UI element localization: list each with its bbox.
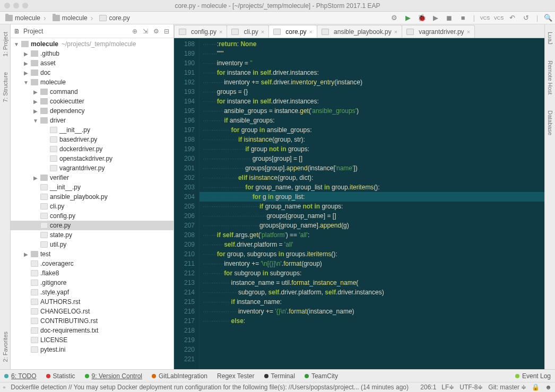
breadcrumb-item[interactable]: molecule <box>3 12 50 24</box>
tree-folder[interactable]: ▶doc <box>11 68 174 77</box>
code-line[interactable]: ········for instance in self.driver.inst… <box>200 97 544 106</box>
history-icon[interactable]: ↶ <box>509 14 516 22</box>
tree-file[interactable]: CHANGELOG.rst <box>11 307 174 316</box>
run-icon[interactable]: ▶ <box>404 14 412 22</box>
status-git[interactable]: Git: master ≑ <box>488 384 526 391</box>
breadcrumb-item[interactable]: core.py <box>97 12 137 24</box>
disclosure-icon[interactable]: ▼ <box>23 80 29 85</box>
code-line[interactable]: ········for instance in self.driver.inst… <box>200 68 544 77</box>
editor-tab[interactable]: vagrantdriver.py× <box>402 25 475 38</box>
coverage-icon[interactable]: ▶ <box>432 14 439 22</box>
tool-teamcity[interactable]: TeamCity <box>305 372 338 380</box>
window-controls[interactable] <box>0 3 28 8</box>
editor-tab[interactable]: config.py× <box>174 25 227 38</box>
maximize-icon[interactable] <box>22 3 28 8</box>
tree-file[interactable]: cli.py <box>11 202 174 211</box>
editor-tab[interactable]: ansible_playbook.py× <box>317 25 402 38</box>
tree-folder[interactable]: ▶verifier <box>11 173 174 182</box>
close-icon[interactable] <box>4 3 10 8</box>
profile-icon[interactable]: ◼ <box>446 14 453 22</box>
tool-favorites[interactable]: 2: Favorites <box>2 327 8 366</box>
build-icon[interactable]: ⚙ <box>391 14 398 22</box>
status-line-sep[interactable]: LF≑ <box>441 384 454 391</box>
disclosure-icon[interactable]: ▶ <box>23 70 29 76</box>
code-line[interactable]: ························for group_name, … <box>200 182 544 192</box>
tree-file[interactable]: LICENSE <box>11 335 174 345</box>
code-line[interactable]: ····················elif isinstance(grou… <box>200 173 544 182</box>
breadcrumb-item[interactable]: molecule <box>50 12 98 24</box>
tree-folder[interactable]: ▼molecule <box>11 77 174 87</box>
code-line[interactable]: ········for group, subgroups in groups.i… <box>200 249 544 259</box>
status-toggle-icon[interactable]: ▫ <box>3 384 5 391</box>
close-icon[interactable]: × <box>219 29 222 35</box>
code-line[interactable]: ····················inventory += '{}\n'.… <box>200 307 544 316</box>
hide-icon[interactable]: ⊟ <box>163 28 170 35</box>
tree-file[interactable]: .gitignore <box>11 278 174 288</box>
stop-icon[interactable]: ■ <box>459 14 467 22</box>
editor-tabs[interactable]: config.py×cli.py×core.py×ansible_playboo… <box>174 24 544 38</box>
tree-file[interactable]: pytest.ini <box>11 345 174 354</box>
gear-icon[interactable]: ⚙ <box>152 28 160 35</box>
code-line[interactable]: ············inventory += self.driver.inv… <box>200 77 544 87</box>
code-line[interactable]: ············inventory += '\n[{}]\n'.form… <box>200 259 544 268</box>
code-line[interactable]: ····················subgroup, self.drive… <box>200 288 544 297</box>
vcs-commit-icon[interactable]: VCS <box>495 14 502 22</box>
tree-file[interactable]: openstackdriver.py <box>11 154 174 163</box>
code-line[interactable]: ································if group… <box>200 202 544 211</box>
code-line[interactable]: ························groups[group].ap… <box>200 163 544 173</box>
tool-regex[interactable]: Regex Tester <box>217 372 254 380</box>
tree-file[interactable]: dockerdriver.py <box>11 144 174 154</box>
code-line[interactable]: ········""" <box>200 49 544 58</box>
tool-vcs[interactable]: 9: Version Control <box>85 372 142 380</box>
code-line[interactable]: ················if instance_name: <box>200 297 544 307</box>
tree-file[interactable]: AUTHORS.rst <box>11 297 174 307</box>
status-caret-pos[interactable]: 206:1 <box>420 384 436 391</box>
code-line[interactable]: ············ansible_groups = instance.ge… <box>200 106 544 116</box>
disclosure-icon[interactable]: ▶ <box>23 251 29 257</box>
disclosure-icon[interactable]: ▶ <box>23 51 29 57</box>
close-icon[interactable]: × <box>467 29 470 35</box>
tree-file[interactable]: .style.yapf <box>11 288 174 297</box>
editor-tab[interactable]: cli.py× <box>227 25 269 38</box>
tool-terminal[interactable]: Terminal <box>264 372 295 380</box>
hector-icon[interactable]: ☻ <box>545 384 552 391</box>
status-encoding[interactable]: UTF-8≑ <box>459 384 483 391</box>
code-line[interactable]: ················for group in ansible_gro… <box>200 125 544 135</box>
code-line[interactable]: ········inventory = '' <box>200 58 544 68</box>
code-line[interactable]: ····························for g in gro… <box>200 192 544 202</box>
code-line[interactable]: ········if self.args.get('platform') == … <box>200 230 544 240</box>
code-line[interactable]: ············if ansible_groups: <box>200 116 544 125</box>
minimize-icon[interactable] <box>13 3 19 8</box>
tree-file[interactable]: vagrantdriver.py <box>11 163 174 173</box>
tree-folder[interactable]: ▶dependency <box>11 106 174 116</box>
vcs-update-icon[interactable]: VCS <box>481 14 489 22</box>
tool-statistic[interactable]: Statistic <box>46 372 75 380</box>
tool-remote-host[interactable]: Remote Host <box>547 56 553 99</box>
tool-luaj[interactable]: LuaJ <box>547 28 553 49</box>
project-tree[interactable]: ▼molecule~/projects/_temp/molecule▶.gith… <box>11 38 174 369</box>
code-line[interactable]: ············for subgroup in subgroups: <box>200 268 544 278</box>
tree-file[interactable]: config.py <box>11 211 174 221</box>
code-line[interactable]: ····················if isinstance(group,… <box>200 135 544 144</box>
code-line[interactable]: ················else: <box>200 316 544 326</box>
code-editor[interactable]: 1881891901911921931941951961971981992002… <box>174 38 544 369</box>
tree-file[interactable]: util.py <box>11 240 174 249</box>
disclosure-icon[interactable]: ▼ <box>33 118 38 124</box>
collapse-icon[interactable]: ⇲ <box>142 28 149 35</box>
scroll-from-source-icon[interactable]: ⊕ <box>131 28 138 35</box>
disclosure-icon[interactable]: ▶ <box>33 89 38 95</box>
breadcrumb[interactable]: moleculemoleculecore.py <box>3 12 137 24</box>
revert-icon[interactable]: ↺ <box>523 14 530 22</box>
code-line[interactable]: ····································grou… <box>200 211 544 221</box>
tool-todo[interactable]: 6: TODO <box>4 372 37 380</box>
code-line[interactable]: ········:return: None <box>200 39 544 49</box>
tree-folder[interactable]: ▶.github <box>11 49 174 58</box>
lock-icon[interactable]: 🔒 <box>532 384 540 391</box>
tree-folder[interactable]: ▼driver <box>11 116 174 125</box>
tree-folder[interactable]: ▶test <box>11 249 174 259</box>
tool-database[interactable]: Database <box>547 106 553 140</box>
disclosure-icon[interactable]: ▶ <box>33 108 38 114</box>
disclosure-icon[interactable]: ▶ <box>33 175 38 181</box>
tree-file[interactable]: ansible_playbook.py <box>11 192 174 202</box>
code-line[interactable]: ············self.driver.platform = 'all' <box>200 240 544 249</box>
